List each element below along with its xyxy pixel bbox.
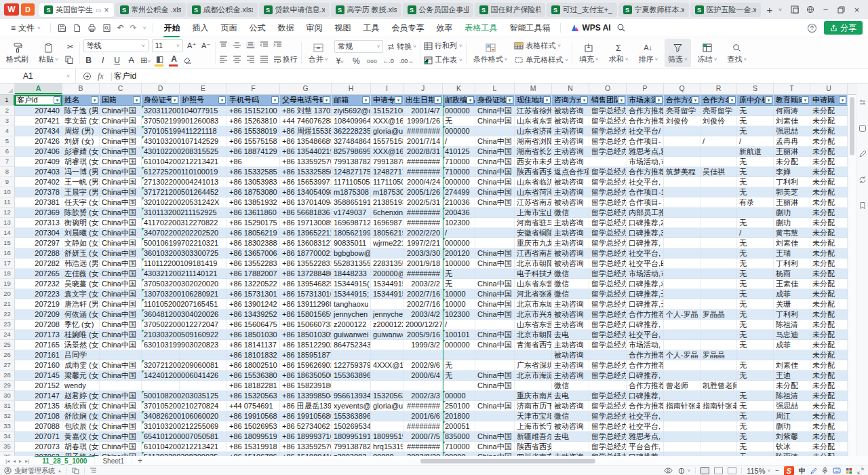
- cell[interactable]: 去电: [552, 432, 589, 442]
- header-cell[interactable]: 合作方名▾: [701, 95, 737, 106]
- tab-list-chevron-icon[interactable]: ˅: [778, 7, 786, 13]
- cell[interactable]: 合作方推荐: [627, 381, 664, 391]
- cell[interactable]: 微信: [552, 411, 589, 421]
- vertical-scrollbar[interactable]: [848, 95, 856, 456]
- cell[interactable]: 市场活动,市: [627, 269, 664, 279]
- cell[interactable]: 罗晶晶: [701, 309, 737, 320]
- cell[interactable]: [701, 187, 737, 197]
- cell[interactable]: 无: [737, 432, 774, 442]
- cell[interactable]: 500108200203035125: [142, 391, 180, 401]
- close-tab-icon[interactable]: ×: [104, 7, 109, 14]
- cell[interactable]: 169698712: [371, 218, 403, 228]
- cell[interactable]: 362228235: [332, 126, 371, 136]
- bookmark-panel-icon[interactable]: [859, 202, 867, 210]
- close-button[interactable]: ×: [852, 5, 861, 14]
- cell[interactable]: tanghaoxu: [332, 299, 371, 309]
- cell[interactable]: 江苏省南京: [515, 197, 552, 208]
- cell[interactable]: [371, 350, 403, 360]
- cell[interactable]: 强思喆: [774, 126, 810, 136]
- cell[interactable]: China中国: [100, 320, 142, 330]
- cell[interactable]: 留学总经办: [589, 289, 627, 299]
- cell[interactable]: 2002/5/31: [403, 197, 443, 208]
- row-number[interactable]: 1: [0, 95, 15, 106]
- cell[interactable]: +86 185010309: [280, 330, 332, 340]
- cell[interactable]: 留学总经办: [589, 177, 627, 187]
- cell[interactable]: 未分配: [810, 157, 848, 167]
- row-number[interactable]: 19: [0, 279, 15, 289]
- font-name-select[interactable]: 等线˅: [83, 39, 149, 52]
- cell[interactable]: 杨欣雨 (女: [62, 401, 100, 411]
- cell[interactable]: China中国: [100, 136, 142, 147]
- cell[interactable]: 主动咨询: [552, 126, 589, 136]
- cell[interactable]: 主动咨询: [552, 238, 589, 248]
- cell[interactable]: 142401200006041426: [142, 370, 180, 381]
- cell[interactable]: 000000: [443, 340, 475, 350]
- merge-cells-button[interactable]: 合并˅: [305, 39, 332, 67]
- percent-format-button[interactable]: %: [351, 56, 361, 66]
- cell[interactable]: 15344915;: [332, 289, 371, 299]
- cell[interactable]: 口碑推荐,3: [627, 228, 664, 238]
- cell[interactable]: [664, 197, 701, 208]
- cell[interactable]: 去电: [552, 391, 589, 401]
- cell[interactable]: 207165: [15, 340, 62, 350]
- cell[interactable]: +86 133998504: [280, 391, 332, 401]
- cell[interactable]: 被动咨询: [552, 197, 589, 208]
- cell[interactable]: 亮哥留学: [664, 106, 701, 116]
- align-right-icon[interactable]: [246, 56, 255, 63]
- page-layout-view-button[interactable]: [728, 467, 736, 474]
- column-header[interactable]: F: [227, 83, 280, 94]
- cell[interactable]: wendy: [62, 381, 100, 391]
- cell[interactable]: China中国: [100, 299, 142, 309]
- cell[interactable]: 271302200004241013: [142, 177, 180, 187]
- cell[interactable]: 207288: [15, 248, 62, 259]
- cell[interactable]: [100, 381, 142, 391]
- cell[interactable]: +86 139112969: [280, 299, 332, 309]
- cell[interactable]: 梁馨元 (女: [62, 370, 100, 381]
- cell[interactable]: 北京市兴东: [515, 309, 552, 320]
- filter-button[interactable]: 筛选˅: [665, 39, 691, 67]
- cell[interactable]: +86 18056219: [227, 228, 280, 238]
- cell[interactable]: 未分配: [810, 370, 848, 381]
- header-cell[interactable]: 客户id▾: [15, 95, 62, 106]
- cell[interactable]: 留学总经办: [589, 309, 627, 320]
- ime-mic-icon[interactable]: [822, 467, 828, 474]
- filter-dropdown-icon[interactable]: ▾: [580, 96, 588, 104]
- cell[interactable]: China中国: [475, 177, 515, 187]
- row-number[interactable]: 34: [0, 432, 15, 442]
- cell[interactable]: 2002/3/3: [403, 391, 443, 401]
- cell[interactable]: 社交平台,: [627, 330, 664, 340]
- cell[interactable]: 无: [737, 391, 774, 401]
- cell[interactable]: 835000: [443, 432, 475, 442]
- cell[interactable]: 155363896: [332, 411, 371, 421]
- cell[interactable]: [701, 411, 737, 421]
- cell[interactable]: [443, 381, 475, 391]
- cell[interactable]: [701, 248, 737, 259]
- cell[interactable]: 衡琬明 (女: [62, 218, 100, 228]
- menu-item[interactable]: 会员专享: [385, 20, 430, 37]
- cell[interactable]: China中国: [100, 269, 142, 279]
- cell[interactable]: 社交平台/: [627, 126, 664, 136]
- filter-dropdown-icon[interactable]: ▾: [728, 96, 736, 104]
- cell[interactable]: 无: [737, 269, 774, 279]
- cell[interactable]: +86 13439252: [227, 309, 280, 320]
- new-tab-button[interactable]: +: [763, 4, 777, 16]
- cell[interactable]: 未分配: [810, 228, 848, 238]
- cell[interactable]: 未分配: [810, 197, 848, 208]
- cell[interactable]: +86 1360831276: [280, 238, 332, 248]
- cell[interactable]: 无: [737, 401, 774, 411]
- cell[interactable]: [664, 421, 701, 432]
- cell[interactable]: ########: [403, 442, 443, 452]
- minimize-button[interactable]: −: [821, 5, 830, 14]
- cell[interactable]: China中国: [100, 259, 142, 269]
- cell[interactable]: 124827175: [371, 167, 403, 177]
- cell[interactable]: 000000: [443, 238, 475, 248]
- cell[interactable]: 2002/9/6: [403, 360, 443, 370]
- thousands-separator-button[interactable]: 000: [367, 58, 377, 64]
- cell[interactable]: 主动咨询: [552, 370, 589, 381]
- cell[interactable]: 207071: [15, 432, 62, 442]
- header-cell[interactable]: 手机号码▾: [227, 95, 280, 106]
- cell[interactable]: [664, 248, 701, 259]
- conditional-format-button[interactable]: 条件格式˅: [470, 39, 511, 67]
- cell[interactable]: XXX@163.: [371, 147, 403, 157]
- cell[interactable]: 无: [737, 238, 774, 248]
